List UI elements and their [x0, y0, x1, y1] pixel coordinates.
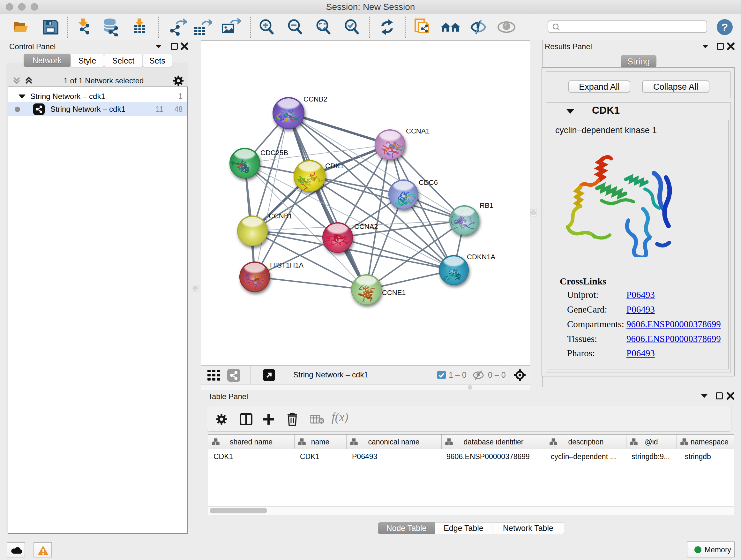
svg-text:CCNE1: CCNE1	[382, 289, 406, 297]
svg-text:CCNB2: CCNB2	[304, 95, 327, 103]
svg-text:HIST1H1A: HIST1H1A	[270, 261, 304, 269]
svg-text:CCNA1: CCNA1	[406, 127, 430, 135]
svg-text:CDK1: CDK1	[325, 162, 344, 170]
svg-text:CCNB1: CCNB1	[269, 212, 293, 220]
svg-text:RB1: RB1	[480, 201, 493, 209]
svg-text:CCNA2: CCNA2	[354, 223, 378, 231]
svg-text:CDC6: CDC6	[419, 179, 438, 186]
svg-text:CDC25B: CDC25B	[260, 149, 288, 157]
svg-text:CDKN1A: CDKN1A	[467, 253, 495, 261]
